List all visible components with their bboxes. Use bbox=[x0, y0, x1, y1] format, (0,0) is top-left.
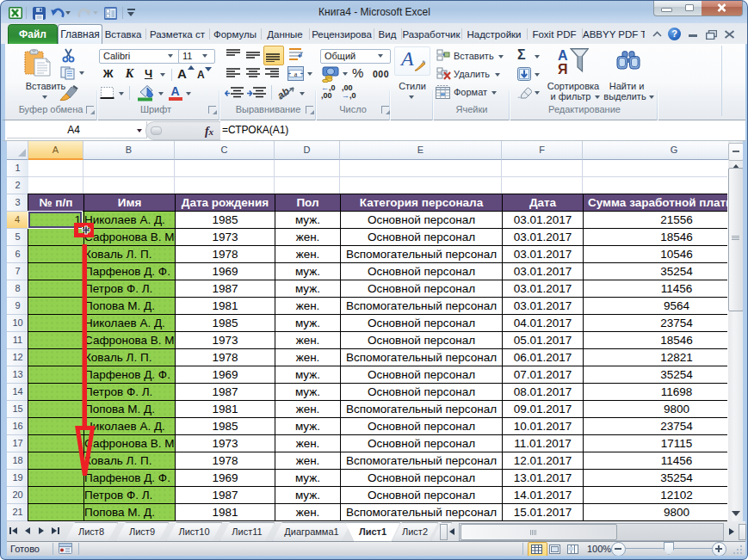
svg-text:a: a bbox=[294, 71, 298, 78]
svg-text:ab: ab bbox=[276, 85, 292, 102]
svg-text:А: А bbox=[558, 48, 568, 63]
svg-text:Я: Я bbox=[558, 62, 568, 77]
